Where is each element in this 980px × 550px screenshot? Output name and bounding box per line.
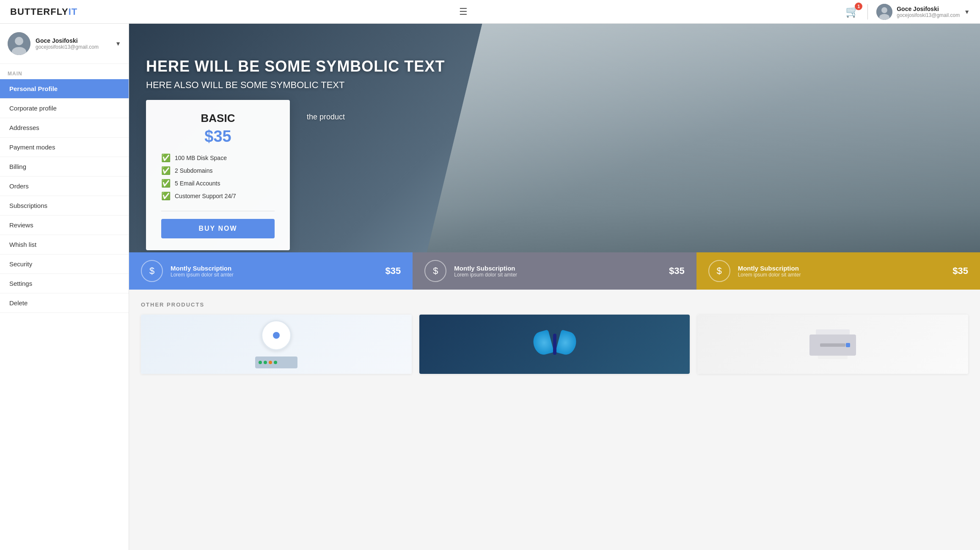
sidebar-user[interactable]: Goce Josifoski gocejosifoski13@gmail.com… (0, 24, 129, 64)
hero-banner: HERE WILL BE SOME SYMBOLIC TEXT HERE ALS… (129, 24, 980, 252)
product-butterfly-image (419, 315, 690, 374)
sub-text-3: Montly Subscription Lorem ipsum dolor si… (738, 265, 945, 278)
sidebar-item-subscriptions[interactable]: Subscriptions (0, 196, 129, 216)
pricing-feature-2: ✅2 Subdomains (161, 166, 275, 175)
logo[interactable]: BUTTERFLYIT (10, 6, 77, 17)
sub-text-1: Montly Subscription Lorem ipsum dolor si… (171, 265, 378, 278)
pricing-plan-name: BASIC (161, 112, 275, 125)
pricing-feature-3: ✅5 Email Accounts (161, 179, 275, 188)
sub-title-1: Montly Subscription (171, 265, 378, 272)
layout: Goce Josifoski gocejosifoski13@gmail.com… (0, 24, 980, 550)
sub-desc-1: Lorem ipsum dolor sit amter (171, 272, 378, 278)
sidebar-user-info: Goce Josifoski gocejosifoski13@gmail.com (36, 37, 110, 50)
subscription-banner-2[interactable]: $ Montly Subscription Lorem ipsum dolor … (413, 252, 696, 290)
sub-icon-circle-1: $ (141, 260, 163, 282)
sidebar-item-orders[interactable]: Orders (0, 177, 129, 196)
cart-button[interactable]: 🛒 1 (845, 5, 859, 18)
sidebar-avatar (8, 32, 30, 55)
product-card-butterfly[interactable] (419, 315, 690, 374)
user-email-header: gocejosifoski13@gmail.com (897, 12, 960, 18)
dollar-icon-3: $ (717, 265, 722, 276)
pricing-feature-1: ✅100 MB Disk Space (161, 153, 275, 163)
sidebar-section-label: MAIN (0, 64, 129, 79)
user-menu-chevron: ▼ (964, 8, 970, 15)
sub-price-1: $35 (385, 265, 401, 276)
pricing-price: $35 (161, 127, 275, 146)
sub-price-3: $35 (952, 265, 968, 276)
product-networking-image (141, 315, 412, 374)
subscription-banner-3[interactable]: $ Montly Subscription Lorem ipsum dolor … (696, 252, 980, 290)
logo-text: BUTTERFLY (10, 6, 69, 17)
sub-price-2: $35 (669, 265, 685, 276)
user-details-header: Goce Josifoski gocejosifoski13@gmail.com (897, 6, 960, 18)
sidebar-item-reviews[interactable]: Reviews (0, 216, 129, 235)
sidebar-item-addresses[interactable]: Addresses (0, 118, 129, 138)
user-menu[interactable]: Goce Josifoski gocejosifoski13@gmail.com… (876, 4, 970, 20)
dollar-icon-2: $ (433, 265, 438, 276)
sub-text-2: Montly Subscription Lorem ipsum dolor si… (454, 265, 661, 278)
dollar-icon-1: $ (149, 265, 154, 276)
logo-accent: IT (69, 6, 78, 17)
check-icon-2: ✅ (161, 166, 171, 175)
header-divider (867, 4, 868, 19)
product-text: the product (307, 113, 345, 122)
sidebar-item-payment-modes[interactable]: Payment modes (0, 138, 129, 157)
sidebar-item-delete[interactable]: Delete (0, 293, 129, 313)
pricing-feature-4: ✅Customer Support 24/7 (161, 191, 275, 201)
check-icon-4: ✅ (161, 191, 171, 201)
sub-title-2: Montly Subscription (454, 265, 661, 272)
user-avatar-top (876, 4, 892, 20)
sub-desc-3: Lorem ipsum dolor sit amter (738, 272, 945, 278)
sub-icon-circle-3: $ (708, 260, 730, 282)
other-products-label: OTHER PRODUCTS (141, 301, 968, 308)
sidebar-user-chevron: ▼ (115, 40, 121, 47)
sidebar-item-corporate-profile[interactable]: Corporate profile (0, 99, 129, 118)
hero-subtitle: HERE ALSO WILL BE SOME SYMBOLIC TEXT (146, 80, 445, 91)
sub-title-3: Montly Subscription (738, 265, 945, 272)
sidebar-item-billing[interactable]: Billing (0, 157, 129, 177)
sidebar-item-wish-list[interactable]: Whish list (0, 235, 129, 254)
subscription-banner-1[interactable]: $ Montly Subscription Lorem ipsum dolor … (129, 252, 413, 290)
hamburger-icon[interactable]: ☰ (459, 6, 468, 17)
hero-laptop-image (427, 24, 980, 252)
sub-icon-circle-2: $ (424, 260, 446, 282)
buy-now-button[interactable]: BUY NOW (161, 219, 275, 238)
hero-text: HERE WILL BE SOME SYMBOLIC TEXT HERE ALS… (146, 58, 445, 91)
sub-desc-2: Lorem ipsum dolor sit amter (454, 272, 661, 278)
top-header: BUTTERFLYIT ☰ 🛒 1 Goce Josifoski gocejos… (0, 0, 980, 24)
sidebar: Goce Josifoski gocejosifoski13@gmail.com… (0, 24, 129, 550)
header-right: 🛒 1 Goce Josifoski gocejosifoski13@gmail… (845, 4, 970, 20)
check-icon-3: ✅ (161, 179, 171, 188)
svg-point-1 (881, 7, 887, 13)
pricing-features: ✅100 MB Disk Space ✅2 Subdomains ✅5 Emai… (161, 153, 275, 201)
subscription-banners: $ Montly Subscription Lorem ipsum dolor … (129, 252, 980, 290)
product-card-networking[interactable] (141, 315, 412, 374)
product-printer-image (697, 315, 968, 374)
sidebar-user-name: Goce Josifoski (36, 37, 110, 44)
hero-title: HERE WILL BE SOME SYMBOLIC TEXT (146, 58, 445, 75)
sidebar-item-security[interactable]: Security (0, 254, 129, 274)
user-name-header: Goce Josifoski (897, 6, 960, 12)
check-icon-1: ✅ (161, 153, 171, 163)
svg-point-4 (15, 37, 23, 45)
main-content: HERE WILL BE SOME SYMBOLIC TEXT HERE ALS… (129, 24, 980, 550)
cart-badge: 1 (855, 3, 862, 10)
other-products-section: OTHER PRODUCTS (129, 290, 980, 386)
pricing-card: BASIC $35 ✅100 MB Disk Space ✅2 Subdomai… (146, 100, 290, 250)
product-card-printer[interactable] (697, 315, 968, 374)
sidebar-item-personal-profile[interactable]: Personal Profile (0, 79, 129, 99)
products-grid (141, 315, 968, 374)
sidebar-item-settings[interactable]: Settings (0, 274, 129, 293)
sidebar-user-email: gocejosifoski13@gmail.com (36, 44, 110, 50)
pricing-divider (161, 211, 275, 211)
